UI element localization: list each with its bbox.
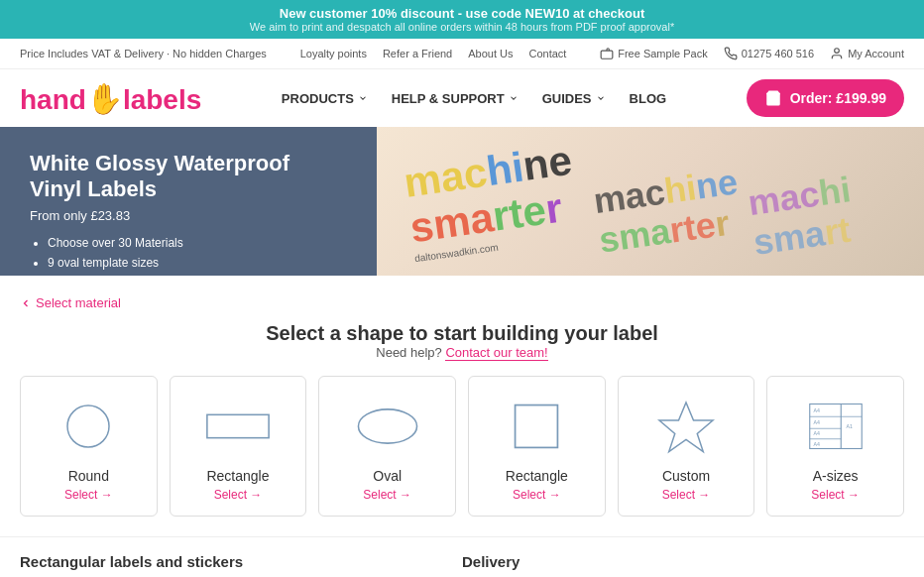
header: hand✋labels PRODUCTS HELP & SUPPORT GUID… — [0, 69, 924, 127]
top-banner: New customer 10% discount - use code NEW… — [0, 0, 924, 39]
shape-name-custom: Custom — [662, 468, 710, 484]
svg-text:A4: A4 — [813, 407, 820, 413]
info-bar-center: Loyalty points Refer a Friend About Us C… — [300, 48, 567, 59]
hero-price: From only £23.83 — [30, 208, 347, 223]
shape-card-a-sizes[interactable]: A1 A4 A4 A4 A4 A-sizes Select → — [766, 376, 904, 517]
phone-link[interactable]: 01275 460 516 — [724, 47, 814, 60]
refer-link[interactable]: Refer a Friend — [383, 48, 452, 59]
svg-point-3 — [67, 405, 109, 447]
free-sample-link[interactable]: Free Sample Pack — [600, 47, 707, 60]
shape-card-oval[interactable]: Oval Select → — [318, 376, 456, 517]
hero-text-panel: White Glossy Waterproof Vinyl Labels Fro… — [0, 127, 377, 276]
svg-marker-7 — [659, 403, 713, 452]
svg-text:A4: A4 — [813, 441, 820, 447]
bottom-teaser-left: Rectangular labels and stickers — [20, 553, 462, 577]
order-button[interactable]: Order: £199.99 — [747, 79, 904, 117]
rectangle-sq-icon — [502, 397, 571, 456]
bottom-teaser-right: Delivery — [462, 553, 904, 577]
info-bar-right: Free Sample Pack 01275 460 516 My Accoun… — [600, 47, 904, 60]
main-nav: PRODUCTS HELP & SUPPORT GUIDES BLOG — [282, 91, 666, 106]
svg-point-1 — [835, 49, 840, 54]
contact-team-link[interactable]: Contact our team! — [445, 345, 547, 361]
shape-card-rectangle-sq[interactable]: Rectangle Select → — [468, 376, 606, 517]
shape-section: Select material Select a shape to start … — [0, 276, 924, 517]
contact-link[interactable]: Contact — [528, 48, 566, 59]
round-icon — [54, 397, 123, 456]
hero-bullet-1: Choose over 30 Materials — [48, 233, 347, 253]
hero-image: machine smarter daltonswadkin.com machin… — [377, 127, 924, 276]
svg-rect-6 — [516, 405, 558, 448]
shape-select-round[interactable]: Select → — [64, 488, 113, 502]
hero-bullets: Choose over 30 Materials 9 oval template… — [30, 233, 347, 276]
hero-section: White Glossy Waterproof Vinyl Labels Fro… — [0, 127, 924, 276]
hero-bullet-2: 9 oval template sizes — [48, 253, 347, 273]
svg-text:A4: A4 — [813, 419, 820, 425]
banner-sub-text: We aim to print and despatch all online … — [10, 21, 914, 33]
shape-name-rectangle-sq: Rectangle — [506, 468, 568, 484]
shape-card-rectangle-h[interactable]: Rectangle Select → — [170, 376, 307, 517]
shape-select-oval[interactable]: Select → — [363, 488, 411, 502]
hero-image-mockup: machine smarter daltonswadkin.com machin… — [377, 127, 924, 276]
loyalty-link[interactable]: Loyalty points — [300, 48, 367, 59]
about-link[interactable]: About Us — [468, 48, 513, 59]
info-bar: Price Includes VAT & Delivery · No hidde… — [0, 39, 924, 69]
logo[interactable]: hand✋labels — [20, 81, 201, 116]
svg-rect-0 — [601, 51, 613, 58]
info-bar-left: Price Includes VAT & Delivery · No hidde… — [20, 48, 267, 59]
shape-name-round: Round — [68, 468, 109, 484]
shape-select-custom[interactable]: Select → — [662, 488, 711, 502]
shape-select-rectangle-h[interactable]: Select → — [214, 488, 263, 502]
shape-select-rectangle-sq[interactable]: Select → — [513, 488, 561, 502]
banner-main-text: New customer 10% discount - use code NEW… — [10, 6, 914, 21]
svg-text:A1: A1 — [846, 423, 853, 429]
a-sizes-icon: A1 A4 A4 A4 A4 — [801, 397, 870, 456]
shape-card-custom[interactable]: Custom Select → — [618, 376, 755, 517]
nav-guides[interactable]: GUIDES — [542, 91, 606, 106]
nav-products[interactable]: PRODUCTS — [282, 91, 368, 106]
shapes-grid: Round Select → Rectangle Select → — [20, 376, 904, 517]
account-link[interactable]: My Account — [830, 47, 904, 60]
hero-title: White Glossy Waterproof Vinyl Labels — [30, 151, 347, 202]
svg-rect-4 — [207, 414, 269, 437]
svg-text:A4: A4 — [813, 430, 820, 436]
logo-text: hand✋labels — [20, 81, 201, 116]
nav-blog[interactable]: BLOG — [630, 91, 667, 106]
shape-title: Select a shape to start building your la… — [20, 322, 904, 345]
shape-header: Select a shape to start building your la… — [20, 322, 904, 360]
nav-help[interactable]: HELP & SUPPORT — [392, 91, 519, 106]
select-material-link[interactable]: Select material — [20, 295, 121, 310]
shape-name-a-sizes: A-sizes — [813, 468, 859, 484]
shape-name-rectangle-h: Rectangle — [206, 468, 269, 484]
hero-bullet-3: Cut in any oval shape — [48, 274, 347, 276]
shape-select-a-sizes[interactable]: Select → — [811, 488, 860, 502]
oval-icon — [353, 397, 422, 456]
shape-subtitle: Need help? Contact our team! — [20, 345, 904, 360]
rectangle-h-icon — [203, 397, 273, 456]
bottom-teaser: Rectangular labels and stickers Delivery — [0, 536, 924, 577]
svg-point-5 — [358, 409, 416, 443]
custom-icon — [651, 397, 721, 456]
shape-name-oval: Oval — [373, 468, 402, 484]
shape-card-round[interactable]: Round Select → — [20, 376, 158, 517]
